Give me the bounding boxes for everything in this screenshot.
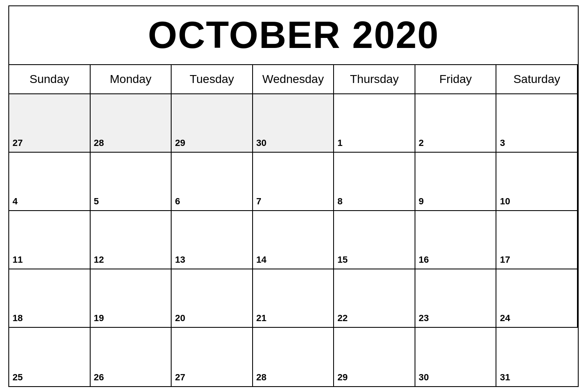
day-cell: 29 [172,94,253,153]
day-cell: 30 [253,94,334,153]
day-cell: 28 [253,328,334,386]
day-cell: 23 [415,269,497,328]
day-cell: 2 [415,94,497,153]
header-thursday: Thursday [334,65,415,94]
day-cell: 28 [91,94,172,153]
day-cell: 27 [172,328,253,386]
day-cell: 5 [91,153,172,211]
day-cell: 6 [172,153,253,211]
day-cell: 17 [496,211,578,269]
day-cell: 16 [415,211,497,269]
day-cell: 12 [91,211,172,269]
day-cell: 24 [496,269,578,328]
day-cell: 10 [496,153,578,211]
day-cell: 3 [496,94,578,153]
calendar: OCTOBER 2020 Sunday Monday Tuesday Wedne… [8,5,579,387]
day-cell: 31 [496,328,578,386]
day-cell: 20 [172,269,253,328]
header-friday: Friday [415,65,497,94]
day-cell: 22 [334,269,415,328]
day-cell: 14 [253,211,334,269]
day-cell: 27 [9,94,91,153]
day-cell: 4 [9,153,91,211]
day-cell: 19 [91,269,172,328]
day-cell: 11 [9,211,91,269]
header-tuesday: Tuesday [172,65,253,94]
day-cell: 13 [172,211,253,269]
day-cell: 1 [334,94,415,153]
day-cell: 30 [415,328,497,386]
day-cell: 26 [91,328,172,386]
day-cell: 25 [9,328,91,386]
day-cell: 8 [334,153,415,211]
day-cell: 9 [415,153,497,211]
header-saturday: Saturday [496,65,578,94]
day-cell: 7 [253,153,334,211]
day-cell: 29 [334,328,415,386]
calendar-grid: Sunday Monday Tuesday Wednesday Thursday… [9,65,578,386]
day-cell: 15 [334,211,415,269]
header-wednesday: Wednesday [253,65,334,94]
day-cell: 21 [253,269,334,328]
header-sunday: Sunday [9,65,91,94]
day-cell: 18 [9,269,91,328]
header-monday: Monday [91,65,172,94]
calendar-title: OCTOBER 2020 [9,6,578,65]
